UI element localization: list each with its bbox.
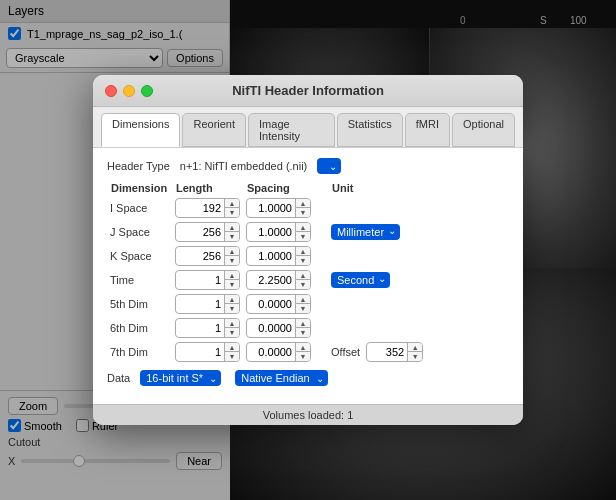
5thdim-spacing-down[interactable]: ▼ [296,304,310,313]
7thdim-length-up[interactable]: ▲ [225,343,239,352]
kspace-length-up[interactable]: ▲ [225,247,239,256]
offset-stepper[interactable]: ▲ ▼ [366,342,423,362]
jspace-length-down[interactable]: ▼ [225,232,239,241]
5thdim-length-up[interactable]: ▲ [225,295,239,304]
5thdim-length-stepper[interactable]: ▲ ▼ [175,294,240,314]
time-spacing-down[interactable]: ▼ [296,280,310,289]
time-spacing-stepper[interactable]: ▲ ▼ [246,270,311,290]
6thdim-length-input[interactable] [176,321,224,335]
jspace-length-input[interactable] [176,225,224,239]
ispace-spacing-arrows: ▲ ▼ [295,199,310,217]
close-button[interactable] [105,85,117,97]
col-unit: Unit [328,180,509,196]
offset-up[interactable]: ▲ [408,343,422,352]
kspace-length-input[interactable] [176,249,224,263]
kspace-spacing-stepper[interactable]: ▲ ▼ [246,246,311,266]
ispace-spacing-input[interactable] [247,201,295,215]
offset-input[interactable] [367,345,407,359]
dim-ispace-label: I Space [107,196,172,220]
kspace-spacing-up[interactable]: ▲ [296,247,310,256]
7thdim-spacing-arrows: ▲ ▼ [295,343,310,361]
6thdim-spacing-arrows: ▲ ▼ [295,319,310,337]
header-type-value: n+1: NifTI embedded (.nii) [180,160,307,172]
dim-6th-label: 6th Dim [107,316,172,340]
5thdim-spacing-up[interactable]: ▲ [296,295,310,304]
5thdim-length-down[interactable]: ▼ [225,304,239,313]
tab-optional[interactable]: Optional [452,113,515,147]
ispace-length-arrows: ▲ ▼ [224,199,239,217]
header-type-select[interactable] [317,158,341,174]
maximize-button[interactable] [141,85,153,97]
kspace-length-stepper[interactable]: ▲ ▼ [175,246,240,266]
jspace-length-up[interactable]: ▲ [225,223,239,232]
tab-reorient[interactable]: Reorient [182,113,246,147]
col-length: Length [172,180,243,196]
time-length-stepper[interactable]: ▲ ▼ [175,270,240,290]
jspace-spacing-stepper[interactable]: ▲ ▼ [246,222,311,242]
time-spacing-up[interactable]: ▲ [296,271,310,280]
jspace-spacing-down[interactable]: ▼ [296,232,310,241]
modal-overlay: NifTI Header Information Dimensions Reor… [0,0,616,500]
6thdim-length-up[interactable]: ▲ [225,319,239,328]
6thdim-spacing-down[interactable]: ▼ [296,328,310,337]
kspace-spacing-down[interactable]: ▼ [296,256,310,265]
5thdim-length-input[interactable] [176,297,224,311]
dim-5th-unit [328,292,509,316]
modal-title: NifTI Header Information [105,83,511,98]
5thdim-spacing-arrows: ▲ ▼ [295,295,310,313]
data-label: Data [107,372,130,384]
ispace-length-up[interactable]: ▲ [225,199,239,208]
7thdim-length-stepper[interactable]: ▲ ▼ [175,342,240,362]
table-row-kspace: K Space ▲ ▼ [107,244,509,268]
7thdim-spacing-up[interactable]: ▲ [296,343,310,352]
dim-5th-label: 5th Dim [107,292,172,316]
tab-image-intensity[interactable]: Image Intensity [248,113,335,147]
time-length-down[interactable]: ▼ [225,280,239,289]
5thdim-spacing-stepper[interactable]: ▲ ▼ [246,294,311,314]
time-unit-select[interactable]: Second [331,272,390,288]
endian-select[interactable]: Native Endian [235,370,328,386]
jspace-length-stepper[interactable]: ▲ ▼ [175,222,240,242]
time-spacing-arrows: ▲ ▼ [295,271,310,289]
7thdim-length-down[interactable]: ▼ [225,352,239,361]
ispace-length-down[interactable]: ▼ [225,208,239,217]
table-row-time: Time ▲ ▼ [107,268,509,292]
jspace-spacing-up[interactable]: ▲ [296,223,310,232]
kspace-spacing-input[interactable] [247,249,295,263]
7thdim-spacing-input[interactable] [247,345,295,359]
jspace-unit-select[interactable]: Millimeter [331,224,400,240]
6thdim-length-stepper[interactable]: ▲ ▼ [175,318,240,338]
6thdim-spacing-input[interactable] [247,321,295,335]
dim-kspace-label: K Space [107,244,172,268]
kspace-length-down[interactable]: ▼ [225,256,239,265]
6thdim-spacing-stepper[interactable]: ▲ ▼ [246,318,311,338]
ispace-length-stepper[interactable]: ▲ ▼ [175,198,240,218]
offset-down[interactable]: ▼ [408,352,422,361]
header-type-label: Header Type [107,160,170,172]
table-row-ispace: I Space ▲ ▼ [107,196,509,220]
7thdim-spacing-stepper[interactable]: ▲ ▼ [246,342,311,362]
dim-time-label: Time [107,268,172,292]
tab-statistics[interactable]: Statistics [337,113,403,147]
table-row-7thdim: 7th Dim ▲ ▼ [107,340,509,364]
data-type-select[interactable]: 16-bit int S* [140,370,221,386]
ispace-length-input[interactable] [176,201,224,215]
jspace-spacing-arrows: ▲ ▼ [295,223,310,241]
7thdim-spacing-down[interactable]: ▼ [296,352,310,361]
6thdim-length-down[interactable]: ▼ [225,328,239,337]
time-spacing-input[interactable] [247,273,295,287]
ispace-spacing-stepper[interactable]: ▲ ▼ [246,198,311,218]
ispace-spacing-up[interactable]: ▲ [296,199,310,208]
time-length-up[interactable]: ▲ [225,271,239,280]
6thdim-length-arrows: ▲ ▼ [224,319,239,337]
7thdim-length-input[interactable] [176,345,224,359]
minimize-button[interactable] [123,85,135,97]
tab-dimensions[interactable]: Dimensions [101,113,180,147]
col-spacing: Spacing [243,180,328,196]
ispace-spacing-down[interactable]: ▼ [296,208,310,217]
5thdim-spacing-input[interactable] [247,297,295,311]
tab-fmri[interactable]: fMRI [405,113,450,147]
jspace-spacing-input[interactable] [247,225,295,239]
time-length-input[interactable] [176,273,224,287]
6thdim-spacing-up[interactable]: ▲ [296,319,310,328]
